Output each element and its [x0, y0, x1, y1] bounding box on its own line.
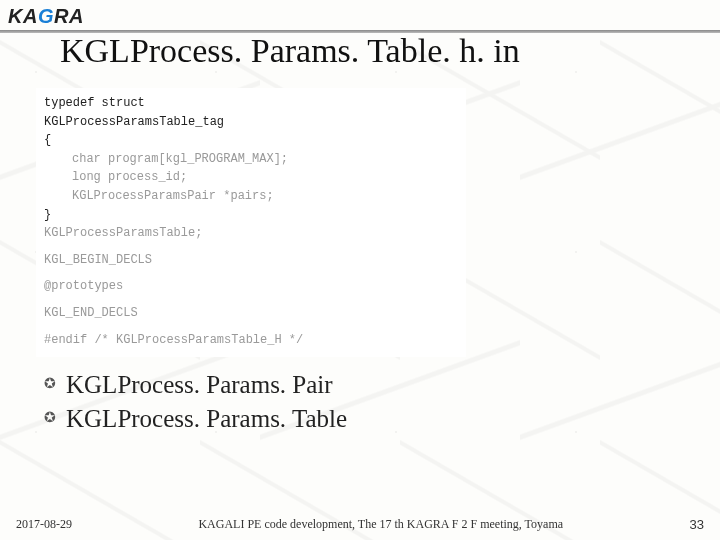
code-line: long process_id; [44, 168, 458, 187]
footer-date: 2017-08-29 [16, 517, 72, 532]
topbar: KAGRA [0, 0, 84, 32]
code-line: KGL_BEGIN_DECLS [44, 251, 458, 270]
code-line: KGLProcessParamsTable; [44, 224, 458, 243]
list-item: ✪ KGLProcess. Params. Pair [44, 368, 347, 402]
code-line: char program[kgl_PROGRAM_MAX]; [44, 150, 458, 169]
code-line: KGLProcessParamsTable_tag [44, 113, 458, 132]
code-line: typedef struct [44, 94, 458, 113]
slide-title: KGLProcess. Params. Table. h. in [60, 32, 520, 70]
code-indent: KGLProcessParamsPair *pairs; [44, 187, 274, 206]
kagra-logo: KAGRA [8, 5, 84, 28]
logo-post: RA [54, 5, 84, 27]
bullet-text: KGLProcess. Params. Table [66, 402, 347, 436]
footer-center: KAGALI PE code development, The 17 th KA… [72, 517, 690, 532]
code-block: typedef struct KGLProcessParamsTable_tag… [36, 88, 466, 357]
bullet-icon: ✪ [44, 409, 56, 428]
code-line: KGLProcessParamsPair *pairs; [44, 187, 458, 206]
code-gap [44, 243, 458, 251]
list-item: ✪ KGLProcess. Params. Table [44, 402, 347, 436]
code-indent: char program[kgl_PROGRAM_MAX]; [44, 150, 288, 169]
bullet-text: KGLProcess. Params. Pair [66, 368, 333, 402]
code-line: @prototypes [44, 277, 458, 296]
page-number: 33 [690, 517, 704, 532]
logo-pre: KA [8, 5, 38, 27]
footer: 2017-08-29 KAGALI PE code development, T… [0, 517, 720, 532]
code-line: #endif /* KGLProcessParamsTable_H */ [44, 331, 458, 350]
code-line: { [44, 131, 458, 150]
bullet-list: ✪ KGLProcess. Params. Pair ✪ KGLProcess.… [44, 368, 347, 436]
code-line: } [44, 206, 458, 225]
logo-g: G [38, 5, 54, 27]
bullet-icon: ✪ [44, 375, 56, 394]
code-gap [44, 296, 458, 304]
slide: KAGRA KGLProcess. Params. Table. h. in t… [0, 0, 720, 540]
code-gap [44, 269, 458, 277]
code-indent: long process_id; [44, 168, 187, 187]
code-gap [44, 323, 458, 331]
code-line: KGL_END_DECLS [44, 304, 458, 323]
